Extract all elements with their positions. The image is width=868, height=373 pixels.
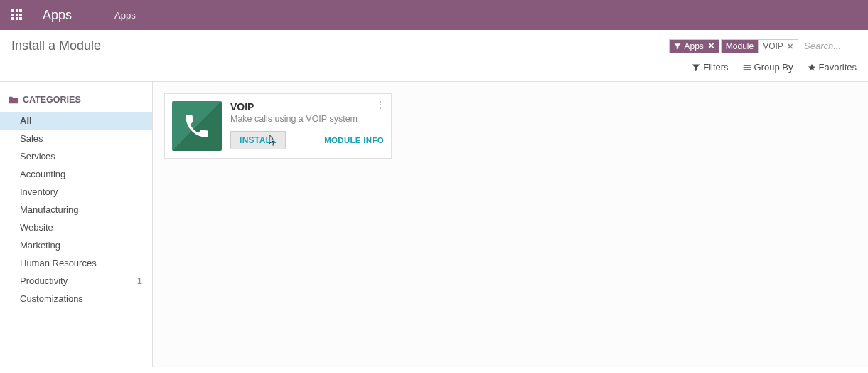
search-bar[interactable]: Apps ✕ Module VOIP ✕ (669, 38, 857, 53)
group-by-button[interactable]: Group By (743, 62, 793, 73)
breadcrumb[interactable]: Apps (114, 10, 136, 21)
sidebar-item-human-resources[interactable]: Human Resources (0, 254, 152, 272)
sidebar-item-manufacturing[interactable]: Manufacturing (0, 201, 152, 219)
facet-value: VOIP (763, 41, 783, 51)
sidebar-item-website[interactable]: Website (0, 219, 152, 236)
remove-facet-icon[interactable]: ✕ (787, 42, 793, 51)
sidebar-item-sales[interactable]: Sales (0, 130, 152, 147)
filter-icon (692, 63, 700, 72)
app-name: Apps (43, 8, 72, 23)
star-icon (808, 63, 816, 72)
sidebar-item-productivity[interactable]: Productivity1 (0, 272, 152, 290)
phone-icon (172, 101, 222, 151)
favorites-button[interactable]: Favorites (808, 62, 857, 73)
sidebar: CATEGORIES All Sales Services Accounting… (0, 82, 153, 367)
facet-field: Module (726, 41, 754, 51)
categories-header: CATEGORIES (0, 95, 152, 112)
module-description: Make calls using a VOIP system (230, 114, 384, 124)
module-card-voip: VOIP Make calls using a VOIP system INST… (164, 93, 392, 159)
sidebar-item-accounting[interactable]: Accounting (0, 165, 152, 183)
category-list: All Sales Services Accounting Inventory … (0, 112, 152, 308)
search-facet-module[interactable]: Module VOIP ✕ (721, 39, 798, 53)
folder-icon (9, 95, 18, 104)
module-info-link[interactable]: MODULE INFO (324, 136, 384, 145)
sidebar-item-marketing[interactable]: Marketing (0, 236, 152, 254)
search-facet-apps[interactable]: Apps ✕ (669, 39, 719, 53)
sidebar-item-customizations[interactable]: Customizations (0, 290, 152, 308)
filters-button[interactable]: Filters (692, 62, 728, 73)
main-area: CATEGORIES All Sales Services Accounting… (0, 82, 868, 367)
facet-label: Apps (684, 41, 703, 51)
search-input[interactable] (800, 38, 857, 53)
module-title: VOIP (230, 101, 384, 112)
list-icon (743, 63, 751, 72)
module-kanban: VOIP Make calls using a VOIP system INST… (153, 82, 868, 367)
sidebar-item-services[interactable]: Services (0, 147, 152, 165)
install-button[interactable]: INSTALL (230, 131, 286, 149)
control-panel: Install a Module Apps ✕ Module VOIP ✕ (0, 30, 868, 82)
kebab-menu-icon[interactable]: ⋮ (375, 100, 385, 110)
sidebar-item-inventory[interactable]: Inventory (0, 183, 152, 201)
apps-menu-icon[interactable] (11, 9, 23, 21)
sidebar-item-all[interactable]: All (0, 112, 152, 130)
top-bar: Apps Apps (0, 0, 868, 30)
search-toolbar: Filters Group By Favorites (692, 62, 857, 73)
page-title: Install a Module (11, 38, 101, 53)
remove-facet-icon[interactable]: ✕ (708, 41, 714, 51)
filter-icon (674, 43, 681, 50)
